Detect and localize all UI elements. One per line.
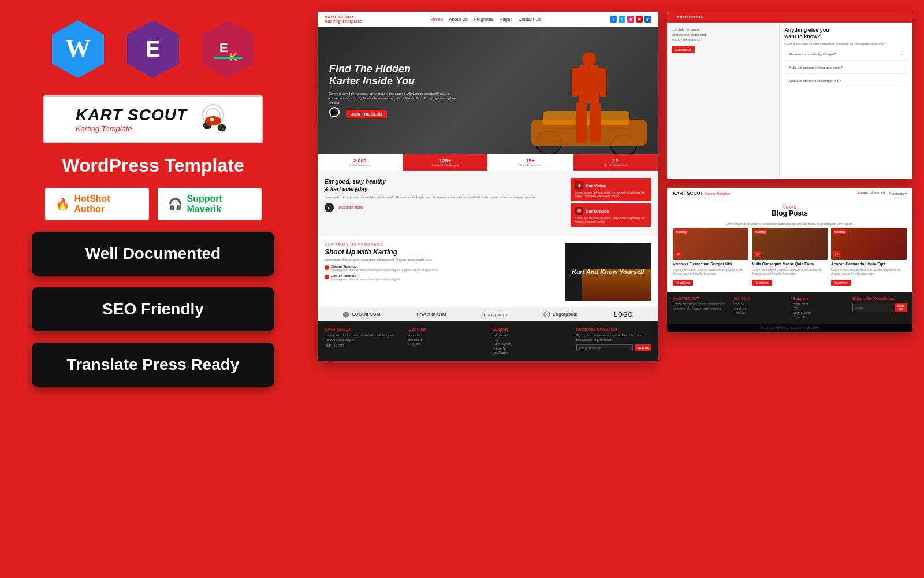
blog-img-3: Karting 27 [831,228,907,260]
training-image: Kart And Know Yourself [565,243,651,301]
read-more-btn-1[interactable]: Read More [673,280,693,286]
discover-btn-circle[interactable]: ▶ [325,203,334,212]
blog-title-1: Vivamus Elementum Semper Nisl [673,262,748,266]
footer-col3-title: Support [493,327,568,331]
read-more-btn-3[interactable]: Read More [831,280,851,286]
side-nav-programs[interactable]: Programs ▾ [889,191,907,195]
logo-4: S Logoipsum [543,311,578,318]
hero-join-button[interactable]: JOIN THE CLUB [346,110,387,118]
vision-title: Our Vision [586,184,606,188]
logo-3: logo ipsum [482,312,507,317]
hotshot-badge: 🔥 HotShot Author [45,188,149,220]
blog-img-2: Karting 27 [752,228,828,260]
side-top-screenshot: ...tified Instru... ...ul dolor sit amet… [667,12,912,179]
faq-item-2[interactable]: Nullz consequat massa quis enim? − [784,62,908,74]
training-text: Lorem ipsum dolor sit amet, consectetur … [325,258,559,261]
blog-text-1: Lorem ipsum dolor sit amet, consectetur … [673,268,748,276]
blog-title-2: Nulla Consequat Massa Quis Enim [752,262,828,266]
training-img-text: Kart And Know Yourself [569,265,647,279]
right-panel: KART SCOUT Karting Template Home About U… [306,0,924,578]
section-text: Lorem ipsum dolor sit amet, consectetur … [325,195,565,199]
blog-cards: Karting 27 Vivamus Elementum Semper Nisl… [673,228,907,286]
nav-pages[interactable]: Pages [500,17,513,22]
hero-play-button[interactable]: ▶ [329,107,340,117]
instagram-icon: ■ [627,16,634,23]
stat-experience: 15+ Years Experience [488,154,573,171]
faq-arrow-1: − [900,52,903,57]
side-bottom-screenshot: KART SCOUT Karting Template Home About U… [667,188,912,332]
footer-col-1: KART SCOUT Lorem ipsum dolor sit amet, c… [325,327,400,355]
stat-experience-number: 15+ [493,158,568,164]
footer-col2-title: Our Club [408,327,483,331]
stat-instructors-number: 12 [578,158,654,164]
faq-item-3[interactable]: Vivamus elementum semper nisl? − [784,76,908,87]
connect-us-btn[interactable]: Connect Us [672,46,695,53]
kart-scout-subtitle: Karting Template [76,124,187,133]
side-footer-col2-links: About Us Instructors Programs [733,302,787,316]
hotshot-label: HotShot Author [74,194,139,214]
stat-experience-label: Years Experience [493,164,568,167]
svg-text:S: S [546,313,548,317]
junior-bullet [325,275,329,279]
hero-person-silhouette [566,50,612,154]
nav-about[interactable]: About Us [449,17,468,22]
footer-col3-links: Help Center FAQ Ticket Support Contact U… [493,334,568,355]
mission-icon: 🎯 [575,207,583,215]
blog-text-3: Lorem ipsum dolor sit amet, consectetur … [831,268,907,276]
nav-home[interactable]: Home [431,17,443,22]
stat-members-number: 2,000 [322,158,398,164]
training-left: OUR TRAINING PROGRAMS Shoot Up with Kart… [325,243,559,301]
footer-col-4: Subscribe Newsletter Sign up for our new… [576,327,651,355]
faq-arrow-3: − [900,79,903,84]
certified-content: ...ul dolor sit amet,consectetur adipisc… [667,23,912,177]
newsletter-form: SIGN UP [576,344,651,351]
blog-text-2: Lorem ipsum dolor sit amet, consectetur … [752,268,828,276]
stat-instructors-label: Expert Instructors [578,164,654,167]
read-more-btn-2[interactable]: Read More [752,280,772,286]
stat-events: 125+ Events & Challenges [403,154,489,171]
faq-item-1[interactable]: Aenean commodo ligula aget? − [784,49,908,61]
stat-instructors: 12 Expert Instructors [573,154,659,171]
faq-subtitle: Lorem ipsum dolor sit amet consectetur a… [784,42,908,46]
discover-btn-text[interactable]: DISCOVER MORE [338,206,363,209]
social-icons: f t ■ ▶ in [610,16,651,23]
footer-col4-title: Subscribe Newsletter [576,327,651,331]
kart-scout-title: KART SCOUT [76,106,187,124]
newsletter-input[interactable] [576,344,634,351]
wordpress-icon: W [46,17,110,81]
side-site-logo: KART SCOUT Karting Template [673,191,731,196]
blog-header: NEWS Blog Posts Lorem ipsum dolor sit am… [673,205,907,225]
side-footer-col1-text: Lorem ipsum dolor sit amet, consectetur … [673,302,727,311]
side-footer-col1: KART SCOUT Lorem ipsum dolor sit amet, c… [673,297,727,320]
side-nav-about[interactable]: About Us [871,191,886,195]
side-footer-col1-title: KART SCOUT [673,297,727,301]
footer-logos: LOGOIPSUM LOGO IPSUM logo ipsum S Logoip… [318,307,658,321]
feature-well-documented: Well Documented [32,232,274,276]
newsletter-btn[interactable]: SIGN UP [635,344,651,351]
nav-programs[interactable]: Programs [474,17,494,22]
site-logo-title: KART SCOUT Karting Template [325,15,362,23]
elementor-icon: E [121,17,185,81]
blog-news-label: NEWS [673,205,907,209]
feature-seo-friendly: SEO Friendly [32,287,274,331]
hotshot-icon: 🔥 [55,197,70,211]
mission-text: Lorem ipsum dolor sit amet, consectetur … [575,216,647,223]
side-screenshots: ...tified Instru... ...ul dolor sit amet… [667,12,912,332]
side-footer: KART SCOUT Lorem ipsum dolor sit amet, c… [667,292,912,324]
nav-contact[interactable]: Contact Us [518,17,541,22]
side-newsletter-btn[interactable]: SIGN UP [895,303,907,312]
plugin-icons-row: W E E K [46,17,260,81]
blog-date-2: 27 [754,251,761,257]
side-newsletter-input[interactable] [852,303,893,312]
side-nav-home[interactable]: Home [858,191,868,195]
side-footer-col3-links: Help Center FAQ Ticket Support Contact U… [793,302,847,320]
footer-col-3: Support Help Center FAQ Ticket Support C… [493,327,568,355]
stat-events-label: Events & Challenges [408,164,483,167]
site-navbar: KART SCOUT Karting Template Home About U… [318,12,658,27]
blog-date-3: 27 [833,251,840,257]
blog-tag-3: Karting [833,229,847,234]
blog-subtitle: Lorem ipsum dolor sit amet, consectetur … [696,222,884,225]
side-nav-links: Home About Us Programs ▾ [858,191,907,195]
section-right: 👁 Our Vision Lorem ipsum dolor sit amet,… [571,178,651,229]
senior-bullet [325,265,329,270]
